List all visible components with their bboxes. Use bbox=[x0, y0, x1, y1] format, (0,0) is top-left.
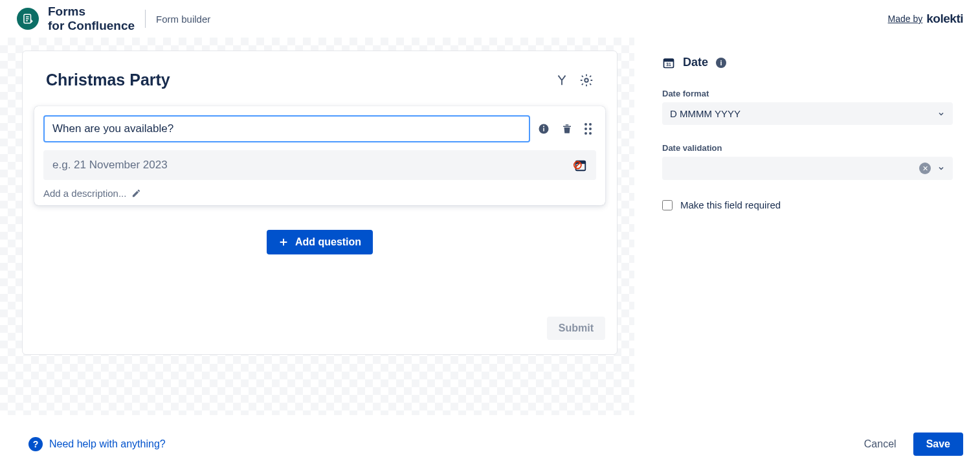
plus-icon bbox=[278, 237, 289, 247]
svg-rect-10 bbox=[664, 59, 674, 62]
pencil-icon bbox=[131, 188, 141, 198]
help-text: Need help with anything? bbox=[49, 438, 166, 450]
svg-rect-3 bbox=[543, 128, 544, 131]
form-header: Christmas Party bbox=[34, 67, 605, 106]
main-area: Christmas Party bbox=[0, 38, 980, 415]
question-label-input[interactable] bbox=[43, 115, 530, 142]
trash-icon[interactable] bbox=[561, 123, 573, 135]
clear-icon[interactable]: ✕ bbox=[919, 163, 931, 174]
footer: ? Need help with anything? Cancel Save bbox=[0, 415, 980, 472]
cancel-button[interactable]: Cancel bbox=[854, 433, 907, 456]
app-title-line1: Forms bbox=[48, 5, 135, 19]
help-link[interactable]: ? Need help with anything? bbox=[28, 437, 166, 451]
required-label: Make this field required bbox=[680, 199, 781, 210]
question-card[interactable]: e.g. 21 November 2023 Add a description.… bbox=[34, 106, 605, 205]
add-question-button[interactable]: Add question bbox=[267, 230, 373, 254]
chevron-down-icon bbox=[937, 110, 945, 118]
required-checkbox[interactable] bbox=[662, 200, 673, 210]
submit-button: Submit bbox=[547, 317, 605, 340]
svg-text:31: 31 bbox=[666, 62, 671, 67]
add-question-label: Add question bbox=[295, 236, 361, 248]
description-button[interactable]: Add a description... bbox=[43, 188, 596, 199]
info-icon[interactable] bbox=[538, 123, 550, 135]
date-format-label: Date format bbox=[662, 89, 953, 98]
chevron-down-icon bbox=[937, 164, 945, 172]
drag-handle-icon[interactable] bbox=[585, 123, 596, 135]
description-prompt: Add a description... bbox=[43, 188, 126, 199]
date-format-value: D MMMM YYYY bbox=[670, 108, 741, 119]
made-by-label[interactable]: Made by bbox=[888, 14, 923, 24]
date-format-select[interactable]: D MMMM YYYY bbox=[662, 102, 953, 125]
app-header: Forms for Confluence Form builder Made b… bbox=[0, 0, 980, 38]
date-validation-select[interactable]: ✕ bbox=[662, 157, 953, 180]
panel-title: 31 Date i bbox=[662, 56, 953, 69]
gear-icon[interactable] bbox=[579, 73, 594, 87]
form-title[interactable]: Christmas Party bbox=[46, 71, 170, 89]
app-logo-icon bbox=[17, 8, 39, 30]
required-checkbox-row[interactable]: Make this field required bbox=[662, 199, 953, 210]
brand-name[interactable]: kolekti bbox=[926, 12, 963, 26]
app-title-line2: for Confluence bbox=[48, 19, 135, 33]
help-icon: ? bbox=[28, 437, 43, 451]
form-canvas[interactable]: Christmas Party bbox=[0, 38, 634, 415]
info-icon[interactable]: i bbox=[716, 58, 726, 68]
calendar-icon: 31 bbox=[662, 56, 675, 69]
breadcrumb: Form builder bbox=[156, 14, 210, 25]
properties-panel: 31 Date i Date format D MMMM YYYY Date v… bbox=[634, 38, 980, 415]
calendar-disabled-icon bbox=[573, 158, 587, 172]
svg-point-1 bbox=[585, 78, 588, 82]
date-preview: e.g. 21 November 2023 bbox=[43, 150, 596, 180]
date-validation-label: Date validation bbox=[662, 143, 953, 153]
form-card: Christmas Party bbox=[22, 51, 618, 355]
svg-point-4 bbox=[543, 126, 544, 127]
divider bbox=[145, 10, 146, 28]
conditions-icon[interactable] bbox=[555, 73, 569, 87]
date-placeholder-text: e.g. 21 November 2023 bbox=[52, 159, 168, 172]
save-button[interactable]: Save bbox=[913, 433, 963, 456]
app-title: Forms for Confluence bbox=[48, 5, 135, 33]
